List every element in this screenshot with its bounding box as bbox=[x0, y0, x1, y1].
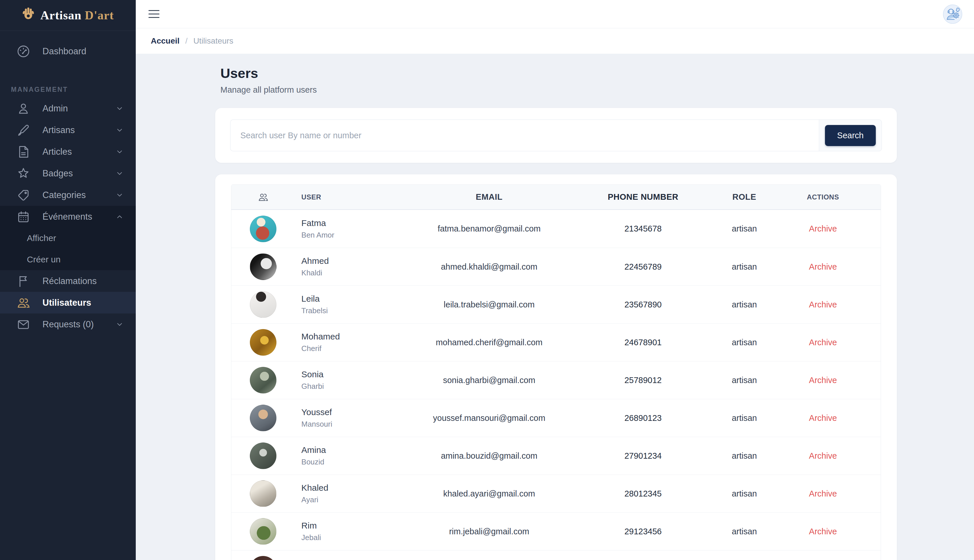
user-role: artisan bbox=[723, 338, 765, 347]
archive-button[interactable]: Archive bbox=[809, 262, 837, 272]
archive-button[interactable]: Archive bbox=[809, 375, 837, 385]
user-role: artisan bbox=[723, 300, 765, 310]
sidebar-item-utilisateurs[interactable]: Utilisateurs bbox=[0, 292, 136, 313]
profile-avatar[interactable] bbox=[943, 4, 962, 24]
sidebar-item-label: Categories bbox=[42, 190, 86, 200]
sidebar-item-badges[interactable]: Badges bbox=[0, 163, 136, 184]
chevron-down-icon bbox=[115, 170, 124, 178]
sidebar-item-categories[interactable]: Categories bbox=[0, 184, 136, 206]
user-role: artisan bbox=[723, 262, 765, 272]
archive-button[interactable]: Archive bbox=[809, 338, 837, 347]
user-role: artisan bbox=[723, 375, 765, 385]
user-first-name: Amina bbox=[301, 445, 326, 455]
user-last-name: Mansouri bbox=[301, 420, 332, 429]
archive-button[interactable]: Archive bbox=[809, 224, 837, 233]
archive-button[interactable]: Archive bbox=[809, 451, 837, 461]
search-group: Search bbox=[230, 120, 882, 151]
table-row: Khaled Ayari khaled.ayari@gmail.com 2801… bbox=[231, 475, 881, 512]
sidebar-item-evenements[interactable]: Événements bbox=[0, 206, 136, 227]
archive-button[interactable]: Archive bbox=[809, 527, 837, 536]
user-email: amina.bouzid@gmail.com bbox=[416, 451, 562, 461]
user-email: fatma.benamor@gmail.com bbox=[416, 224, 562, 233]
user-avatar bbox=[250, 443, 276, 469]
user-avatar bbox=[250, 329, 276, 356]
name-cell: Ahmed Khaldi bbox=[295, 256, 416, 277]
user-last-name: Trabelsi bbox=[301, 306, 328, 315]
table-row: Tarek bbox=[231, 550, 881, 560]
sidebar-item-label: Événements bbox=[42, 212, 92, 222]
actions-cell: Archive bbox=[765, 300, 881, 310]
sidebar-item-artisans[interactable]: Artisans bbox=[0, 119, 136, 141]
archive-button[interactable]: Archive bbox=[809, 489, 837, 498]
user-avatar bbox=[250, 405, 276, 431]
document-icon bbox=[16, 144, 31, 159]
table-row: Amina Bouzid amina.bouzid@gmail.com 2790… bbox=[231, 437, 881, 475]
search-input[interactable] bbox=[230, 120, 819, 151]
user-phone: 25789012 bbox=[562, 375, 723, 385]
content-area: Users Manage all platform users Search bbox=[136, 54, 974, 560]
avatar-cell bbox=[231, 480, 295, 507]
chevron-down-icon bbox=[115, 105, 124, 113]
calendar-icon bbox=[16, 209, 31, 224]
archive-button[interactable]: Archive bbox=[809, 413, 837, 423]
search-button[interactable]: Search bbox=[825, 125, 876, 146]
breadcrumb-home-link[interactable]: Accueil bbox=[151, 37, 180, 46]
column-header-email: EMAIL bbox=[416, 192, 562, 202]
user-first-name: Ahmed bbox=[301, 256, 329, 266]
sidebar-item-requests[interactable]: Requests (0) bbox=[0, 313, 136, 335]
user-avatar bbox=[250, 216, 276, 242]
sidebar-item-label: Admin bbox=[42, 103, 68, 114]
sidebar-item-label: Dashboard bbox=[42, 46, 86, 57]
chevron-up-icon bbox=[115, 213, 124, 221]
user-last-name: Khaldi bbox=[301, 268, 329, 277]
user-icon bbox=[16, 101, 31, 116]
sidebar-item-dashboard[interactable]: Dashboard bbox=[0, 40, 136, 62]
user-phone: 29123456 bbox=[562, 527, 723, 536]
user-avatar bbox=[250, 518, 276, 545]
user-role: artisan bbox=[723, 224, 765, 233]
users-table: USER EMAIL PHONE NUMBER ROLE ACTIONS Fat… bbox=[231, 185, 881, 560]
user-last-name: Bouzid bbox=[301, 458, 326, 467]
sidebar-group-evenements: Événements Afficher Créer un bbox=[0, 206, 136, 270]
user-phone: 28012345 bbox=[562, 489, 723, 498]
sidebar-subitem-afficher[interactable]: Afficher bbox=[0, 227, 136, 249]
user-role: artisan bbox=[723, 413, 765, 423]
chevron-down-icon bbox=[115, 126, 124, 134]
sidebar-item-articles[interactable]: Articles bbox=[0, 141, 136, 163]
sidebar-item-label: Artisans bbox=[42, 125, 75, 135]
sidebar-item-label: Utilisateurs bbox=[42, 298, 91, 308]
actions-cell: Archive bbox=[765, 375, 881, 385]
name-cell: Fatma Ben Amor bbox=[295, 218, 416, 240]
table-row: Fatma Ben Amor fatma.benamor@gmail.com 2… bbox=[231, 210, 881, 248]
name-cell: Sonia Gharbi bbox=[295, 370, 416, 391]
table-row: Rim Jebali rim.jebali@gmail.com 29123456… bbox=[231, 512, 881, 550]
chevron-down-icon bbox=[115, 320, 124, 328]
sidebar-nav: Dashboard MANAGEMENT Admin Artisans bbox=[0, 31, 136, 335]
user-avatar bbox=[250, 291, 276, 318]
actions-cell: Archive bbox=[765, 262, 881, 272]
avatar-cell bbox=[231, 518, 295, 545]
users-column-icon-cell bbox=[231, 192, 295, 203]
column-header-user: USER bbox=[295, 193, 416, 201]
avatar-cell bbox=[231, 216, 295, 242]
archive-button[interactable]: Archive bbox=[809, 300, 837, 310]
table-row: Youssef Mansouri youssef.mansouri@gmail.… bbox=[231, 399, 881, 437]
user-avatar bbox=[250, 480, 276, 507]
name-cell: Rim Jebali bbox=[295, 521, 416, 542]
menu-toggle-button[interactable] bbox=[149, 8, 159, 20]
sidebar-item-admin[interactable]: Admin bbox=[0, 98, 136, 119]
user-last-name: Gharbi bbox=[301, 382, 324, 391]
hamsa-logo-icon bbox=[22, 7, 35, 23]
main-area: Accueil / Utilisateurs Users Manage all … bbox=[136, 0, 974, 560]
sidebar-subitem-creer-un[interactable]: Créer un bbox=[0, 249, 136, 270]
user-avatar bbox=[250, 367, 276, 393]
search-card: Search bbox=[215, 108, 897, 163]
table-row: Mohamed Cherif mohamed.cherif@gmail.com … bbox=[231, 323, 881, 361]
user-phone: 26890123 bbox=[562, 413, 723, 423]
sidebar-item-reclamations[interactable]: Réclamations bbox=[0, 270, 136, 292]
avatar-cell bbox=[231, 443, 295, 469]
search-button-wrap: Search bbox=[819, 120, 882, 151]
user-first-name: Mohamed bbox=[301, 332, 340, 342]
brand: Artisan D'art bbox=[0, 0, 136, 31]
user-phone: 21345678 bbox=[562, 224, 723, 233]
